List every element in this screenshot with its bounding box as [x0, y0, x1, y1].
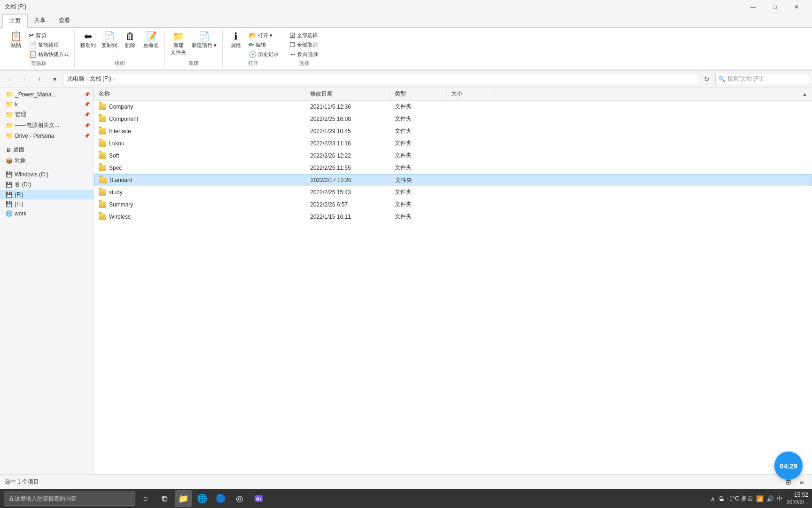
breadcrumb-drive[interactable]: 文档 (F:) — [90, 75, 111, 83]
table-row[interactable]: Component 2022/2/25 16:08 文件夹 — [94, 113, 812, 125]
table-row[interactable]: study 2022/2/25 15:43 文件夹 — [94, 186, 812, 198]
breadcrumb-computer[interactable]: 此电脑 — [67, 75, 84, 83]
close-button[interactable]: ✕ — [786, 0, 807, 14]
file-size-cell — [446, 125, 493, 137]
properties-button[interactable]: ℹ 属性 — [226, 31, 245, 50]
network-icon: 🌐 — [6, 210, 13, 217]
view-list-button[interactable]: ≡ — [796, 476, 807, 488]
folder-icon: 📁 — [6, 132, 13, 139]
sidebar-item-power-manage[interactable]: 📁 _Power_Mana... 📌 — [0, 89, 94, 99]
sidebar-item-power-related[interactable]: 📁 ——电源相关文... 📌 — [0, 120, 94, 131]
col-header-size[interactable]: 大小 — [446, 87, 493, 100]
show-hidden-icon[interactable]: ∧ — [710, 495, 715, 502]
col-header-name[interactable]: 名称 — [94, 87, 305, 100]
tab-share[interactable]: 共享 — [28, 14, 52, 27]
delete-icon: 🗑 — [125, 32, 135, 41]
up-button[interactable]: ↑ — [33, 72, 46, 86]
sidebar-item-drive-personal[interactable]: 📁 Drive - Persona 📌 — [0, 131, 94, 141]
select-none-button[interactable]: ☐ 全部取消 — [288, 40, 320, 49]
cut-label: 剪切 — [36, 32, 46, 39]
sidebar-item-drive-d[interactable]: 💾 卷 (D:) — [0, 179, 94, 190]
new-folder-button[interactable]: 📁 新建 文件夹 — [169, 31, 188, 57]
taskbar-chrome-icon[interactable]: 🔵 — [212, 490, 229, 507]
sidebar-item-management[interactable]: 📁 管理 📌 — [0, 109, 94, 120]
rename-button[interactable]: 📝 重命名 — [141, 31, 161, 50]
back-button[interactable]: ‹ — [3, 72, 16, 86]
col-header-type[interactable]: 类型 — [390, 87, 446, 100]
copy-to-button[interactable]: 📄 复制到 — [100, 31, 119, 50]
paste-shortcut-button[interactable]: 📋 粘贴快捷方式 — [27, 50, 70, 58]
refresh-button[interactable]: ↻ — [700, 72, 713, 86]
select-all-label: 全部选择 — [297, 32, 318, 39]
taskbar-edge-icon[interactable]: 🌐 — [194, 490, 211, 507]
file-size-cell — [446, 198, 493, 210]
tab-home[interactable]: 主页 — [2, 14, 28, 28]
new-items: 📁 新建 文件夹 📄 新建项目 ▾ — [169, 31, 219, 59]
delete-button[interactable]: 🗑 删除 — [121, 31, 140, 50]
taskbar-search[interactable]: 在这里输入您要搜索的内容 — [4, 492, 135, 506]
breadcrumb-sep-1: › — [86, 76, 88, 82]
taskbar-copilot-icon[interactable]: ◎ — [231, 490, 248, 507]
select-all-button[interactable]: ☑ 全部选择 — [288, 31, 320, 40]
table-row[interactable]: Soft 2022/2/26 12:22 文件夹 — [94, 150, 812, 162]
table-row[interactable]: Lukou 2022/2/23 11:16 文件夹 — [94, 137, 812, 150]
taskbar-search-icon[interactable]: ○ — [137, 490, 154, 507]
open-icon: 📂 — [249, 32, 257, 39]
table-row[interactable]: Standard 2022/2/17 10:20 文件夹 — [94, 174, 812, 186]
wifi-icon[interactable]: 📶 — [756, 495, 764, 502]
folder-icon — [99, 214, 106, 220]
move-to-button[interactable]: ⬅ 移动到 — [78, 31, 98, 50]
forward-button[interactable]: › — [18, 72, 31, 86]
sidebar-item-label: k — [15, 101, 18, 108]
sidebar-item-drive-c[interactable]: 💾 Windows (C:) — [0, 170, 94, 179]
table-row[interactable]: Company 2021/11/5 12:36 文件夹 — [94, 101, 812, 113]
taskbar-explorer-icon[interactable]: 📁 — [175, 490, 192, 507]
search-box[interactable]: 🔍 搜索"文档 (F:)" — [715, 73, 809, 85]
table-row[interactable]: Interface 2022/1/29 10:45 文件夹 — [94, 125, 812, 137]
table-row[interactable]: Wireless 2022/1/15 16:11 文件夹 — [94, 211, 812, 223]
clipboard-label: 剪贴板 — [31, 59, 47, 67]
collapse-arrow[interactable]: ▲ — [802, 91, 812, 97]
taskbar-taskview-icon[interactable]: ⧉ — [156, 490, 173, 507]
organize-items: ⬅ 移动到 📄 复制到 🗑 删除 📝 重命名 — [78, 31, 161, 59]
folder-icon — [99, 152, 106, 159]
sidebar-item-label: work — [15, 210, 26, 217]
rename-icon: 📝 — [145, 32, 157, 41]
new-label: 新建 — [188, 59, 199, 67]
sound-icon[interactable]: 🔊 — [766, 495, 774, 502]
minimize-button[interactable]: — — [742, 0, 764, 14]
sidebar-item-desktop[interactable]: 🖥 桌面 — [0, 144, 94, 155]
taskbar-clock[interactable]: 15:52 2022/2/... — [787, 491, 808, 506]
copy-path-button[interactable]: 📄 复制路径 — [27, 40, 70, 49]
open-button[interactable]: 📂 打开 ▾ — [247, 31, 280, 40]
sidebar-item-k[interactable]: 📁 k 📌 — [0, 99, 94, 109]
invert-select-button[interactable]: ↔ 反向选择 — [288, 50, 320, 58]
sidebar-item-label: (F:) — [15, 201, 23, 207]
sidebar-item-objects[interactable]: 📦 对象 — [0, 155, 94, 166]
history-button[interactable]: 🕒 历史记录 — [247, 50, 280, 58]
paste-button[interactable]: 📋 粘贴 — [7, 31, 25, 50]
col-header-date[interactable]: 修改日期 — [305, 87, 390, 100]
address-path[interactable]: 此电脑 › 文档 (F:) › — [63, 73, 698, 85]
table-row[interactable]: Spec 2022/2/25 11:55 文件夹 — [94, 162, 812, 174]
objects-icon: 📦 — [6, 158, 13, 164]
new-item-label: 新建项目 ▾ — [192, 42, 217, 49]
cut-button[interactable]: ✂ 剪切 — [27, 31, 70, 40]
edit-button[interactable]: ✏ 编辑 — [247, 40, 280, 49]
sidebar-item-network[interactable]: 🌐 work — [0, 209, 94, 218]
pin-icon: 📌 — [84, 133, 90, 138]
new-item-button[interactable]: 📄 新建项目 ▾ — [190, 31, 219, 50]
sidebar-item-drive-f[interactable]: 💾 (F:) — [0, 190, 94, 199]
open-label: 打开 ▾ — [258, 32, 273, 39]
taskbar-ai-icon[interactable]: Ai — [250, 490, 267, 507]
recent-locations-button[interactable]: ▾ — [48, 72, 61, 86]
maximize-button[interactable]: □ — [764, 0, 786, 14]
tab-view[interactable]: 查看 — [52, 14, 77, 27]
sidebar-item-drive-f2[interactable]: 💾 (F:) — [0, 199, 94, 209]
search-placeholder: 搜索"文档 (F:)" — [727, 75, 765, 83]
weather-icon[interactable]: 🌤 — [718, 495, 724, 502]
taskbar-search-placeholder: 在这里输入您要搜索的内容 — [9, 495, 77, 503]
keyboard-icon[interactable]: 中 — [777, 494, 783, 503]
table-row[interactable]: Summary 2022/2/26 6:57 文件夹 — [94, 198, 812, 211]
folder-icon: 📁 — [6, 101, 13, 108]
